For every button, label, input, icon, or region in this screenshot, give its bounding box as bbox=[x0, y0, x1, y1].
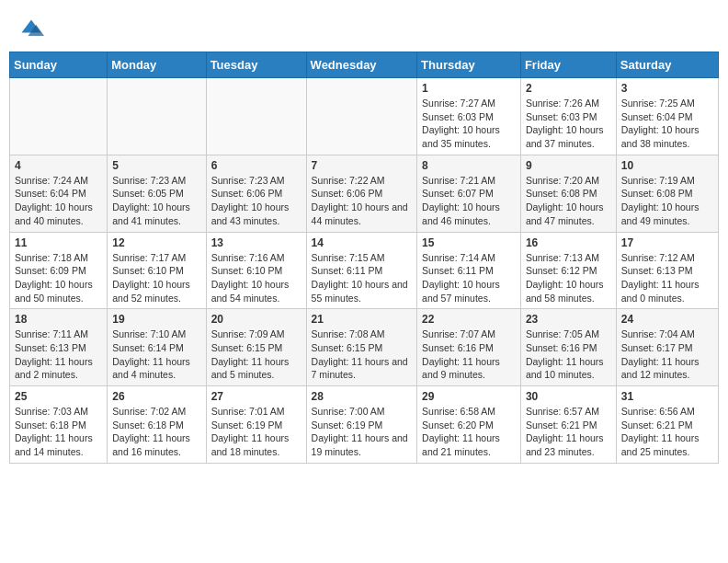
day-number: 3 bbox=[621, 82, 713, 95]
day-number: 19 bbox=[112, 313, 200, 326]
weekday-header-saturday: Saturday bbox=[616, 52, 718, 78]
day-cell-26: 26Sunrise: 7:02 AMSunset: 6:18 PMDayligh… bbox=[108, 386, 206, 464]
day-cell-14: 14Sunrise: 7:15 AMSunset: 6:11 PMDayligh… bbox=[306, 232, 417, 309]
day-number: 22 bbox=[422, 313, 516, 326]
day-cell-31: 31Sunrise: 6:56 AMSunset: 6:21 PMDayligh… bbox=[616, 386, 718, 464]
day-cell-18: 18Sunrise: 7:11 AMSunset: 6:13 PMDayligh… bbox=[10, 309, 108, 386]
day-cell-15: 15Sunrise: 7:14 AMSunset: 6:11 PMDayligh… bbox=[417, 232, 521, 309]
day-info: Sunrise: 7:16 AMSunset: 6:10 PMDaylight:… bbox=[211, 252, 290, 304]
day-info: Sunrise: 6:58 AMSunset: 6:20 PMDaylight:… bbox=[422, 406, 500, 457]
day-number: 1 bbox=[422, 82, 516, 95]
day-info: Sunrise: 6:57 AMSunset: 6:21 PMDaylight:… bbox=[526, 406, 604, 457]
day-cell-empty bbox=[306, 78, 417, 155]
day-number: 7 bbox=[312, 159, 413, 172]
day-number: 9 bbox=[526, 159, 611, 172]
day-number: 27 bbox=[211, 390, 301, 403]
weekday-header-wednesday: Wednesday bbox=[306, 52, 417, 78]
week-row-5: 25Sunrise: 7:03 AMSunset: 6:18 PMDayligh… bbox=[10, 386, 719, 464]
day-info: Sunrise: 7:05 AMSunset: 6:16 PMDaylight:… bbox=[526, 328, 604, 380]
logo bbox=[18, 17, 48, 42]
weekday-header-thursday: Thursday bbox=[417, 52, 521, 78]
day-cell-empty bbox=[10, 78, 108, 155]
header bbox=[9, 9, 719, 48]
day-number: 29 bbox=[422, 390, 516, 403]
day-number: 26 bbox=[112, 390, 200, 403]
day-info: Sunrise: 7:11 AMSunset: 6:13 PMDaylight:… bbox=[15, 328, 93, 380]
day-cell-25: 25Sunrise: 7:03 AMSunset: 6:18 PMDayligh… bbox=[10, 386, 108, 464]
day-cell-4: 4Sunrise: 7:24 AMSunset: 6:04 PMDaylight… bbox=[10, 155, 108, 232]
day-info: Sunrise: 7:23 AMSunset: 6:06 PMDaylight:… bbox=[211, 175, 290, 226]
day-cell-28: 28Sunrise: 7:00 AMSunset: 6:19 PMDayligh… bbox=[306, 386, 417, 464]
day-cell-3: 3Sunrise: 7:25 AMSunset: 6:04 PMDaylight… bbox=[616, 78, 718, 155]
day-number: 13 bbox=[211, 236, 301, 249]
day-cell-30: 30Sunrise: 6:57 AMSunset: 6:21 PMDayligh… bbox=[520, 386, 616, 464]
day-cell-empty bbox=[108, 78, 206, 155]
day-cell-1: 1Sunrise: 7:27 AMSunset: 6:03 PMDaylight… bbox=[417, 78, 521, 155]
day-info: Sunrise: 7:03 AMSunset: 6:18 PMDaylight:… bbox=[15, 406, 93, 457]
day-number: 17 bbox=[621, 236, 713, 249]
weekday-header-sunday: Sunday bbox=[10, 52, 108, 78]
day-info: Sunrise: 7:26 AMSunset: 6:03 PMDaylight:… bbox=[526, 98, 604, 149]
day-number: 16 bbox=[526, 236, 611, 249]
day-info: Sunrise: 7:22 AMSunset: 6:06 PMDaylight:… bbox=[312, 175, 408, 226]
day-number: 21 bbox=[312, 313, 413, 326]
day-info: Sunrise: 7:08 AMSunset: 6:15 PMDaylight:… bbox=[312, 328, 408, 380]
day-info: Sunrise: 7:02 AMSunset: 6:18 PMDaylight:… bbox=[112, 406, 190, 457]
week-row-1: 1Sunrise: 7:27 AMSunset: 6:03 PMDaylight… bbox=[10, 78, 719, 155]
day-cell-16: 16Sunrise: 7:13 AMSunset: 6:12 PMDayligh… bbox=[520, 232, 616, 309]
day-info: Sunrise: 7:15 AMSunset: 6:11 PMDaylight:… bbox=[312, 252, 408, 304]
weekday-header-row: SundayMondayTuesdayWednesdayThursdayFrid… bbox=[10, 52, 719, 78]
day-info: Sunrise: 7:23 AMSunset: 6:05 PMDaylight:… bbox=[112, 175, 190, 226]
day-cell-7: 7Sunrise: 7:22 AMSunset: 6:06 PMDaylight… bbox=[306, 155, 417, 232]
week-row-3: 11Sunrise: 7:18 AMSunset: 6:09 PMDayligh… bbox=[10, 232, 719, 309]
day-number: 10 bbox=[621, 159, 713, 172]
day-number: 6 bbox=[211, 159, 301, 172]
day-info: Sunrise: 7:13 AMSunset: 6:12 PMDaylight:… bbox=[526, 252, 604, 304]
day-number: 12 bbox=[112, 236, 200, 249]
day-info: Sunrise: 7:21 AMSunset: 6:07 PMDaylight:… bbox=[422, 175, 500, 226]
logo-icon bbox=[18, 17, 44, 42]
day-cell-8: 8Sunrise: 7:21 AMSunset: 6:07 PMDaylight… bbox=[417, 155, 521, 232]
day-info: Sunrise: 7:00 AMSunset: 6:19 PMDaylight:… bbox=[312, 406, 408, 457]
day-number: 31 bbox=[621, 390, 713, 403]
calendar-table: SundayMondayTuesdayWednesdayThursdayFrid… bbox=[9, 52, 719, 464]
day-cell-2: 2Sunrise: 7:26 AMSunset: 6:03 PMDaylight… bbox=[520, 78, 616, 155]
day-number: 5 bbox=[112, 159, 200, 172]
day-info: Sunrise: 7:12 AMSunset: 6:13 PMDaylight:… bbox=[621, 252, 700, 304]
weekday-header-tuesday: Tuesday bbox=[206, 52, 306, 78]
day-cell-19: 19Sunrise: 7:10 AMSunset: 6:14 PMDayligh… bbox=[108, 309, 206, 386]
day-cell-5: 5Sunrise: 7:23 AMSunset: 6:05 PMDaylight… bbox=[108, 155, 206, 232]
day-cell-29: 29Sunrise: 6:58 AMSunset: 6:20 PMDayligh… bbox=[417, 386, 521, 464]
day-number: 30 bbox=[526, 390, 611, 403]
day-cell-empty bbox=[206, 78, 306, 155]
day-info: Sunrise: 7:24 AMSunset: 6:04 PMDaylight:… bbox=[15, 175, 93, 226]
day-number: 2 bbox=[526, 82, 611, 95]
weekday-header-friday: Friday bbox=[520, 52, 616, 78]
day-info: Sunrise: 7:19 AMSunset: 6:08 PMDaylight:… bbox=[621, 175, 700, 226]
day-info: Sunrise: 7:17 AMSunset: 6:10 PMDaylight:… bbox=[112, 252, 190, 304]
day-cell-13: 13Sunrise: 7:16 AMSunset: 6:10 PMDayligh… bbox=[206, 232, 306, 309]
day-info: Sunrise: 7:04 AMSunset: 6:17 PMDaylight:… bbox=[621, 328, 700, 380]
day-number: 25 bbox=[15, 390, 102, 403]
day-cell-24: 24Sunrise: 7:04 AMSunset: 6:17 PMDayligh… bbox=[616, 309, 718, 386]
day-info: Sunrise: 7:27 AMSunset: 6:03 PMDaylight:… bbox=[422, 98, 500, 149]
day-cell-27: 27Sunrise: 7:01 AMSunset: 6:19 PMDayligh… bbox=[206, 386, 306, 464]
day-number: 28 bbox=[312, 390, 413, 403]
day-info: Sunrise: 7:14 AMSunset: 6:11 PMDaylight:… bbox=[422, 252, 500, 304]
day-cell-6: 6Sunrise: 7:23 AMSunset: 6:06 PMDaylight… bbox=[206, 155, 306, 232]
day-number: 18 bbox=[15, 313, 102, 326]
day-cell-9: 9Sunrise: 7:20 AMSunset: 6:08 PMDaylight… bbox=[520, 155, 616, 232]
day-cell-17: 17Sunrise: 7:12 AMSunset: 6:13 PMDayligh… bbox=[616, 232, 718, 309]
day-info: Sunrise: 6:56 AMSunset: 6:21 PMDaylight:… bbox=[621, 406, 700, 457]
day-cell-12: 12Sunrise: 7:17 AMSunset: 6:10 PMDayligh… bbox=[108, 232, 206, 309]
day-number: 15 bbox=[422, 236, 516, 249]
day-number: 24 bbox=[621, 313, 713, 326]
day-number: 20 bbox=[211, 313, 301, 326]
weekday-header-monday: Monday bbox=[108, 52, 206, 78]
day-info: Sunrise: 7:01 AMSunset: 6:19 PMDaylight:… bbox=[211, 406, 290, 457]
day-info: Sunrise: 7:09 AMSunset: 6:15 PMDaylight:… bbox=[211, 328, 290, 380]
day-cell-22: 22Sunrise: 7:07 AMSunset: 6:16 PMDayligh… bbox=[417, 309, 521, 386]
day-cell-23: 23Sunrise: 7:05 AMSunset: 6:16 PMDayligh… bbox=[520, 309, 616, 386]
day-info: Sunrise: 7:10 AMSunset: 6:14 PMDaylight:… bbox=[112, 328, 190, 380]
day-number: 23 bbox=[526, 313, 611, 326]
